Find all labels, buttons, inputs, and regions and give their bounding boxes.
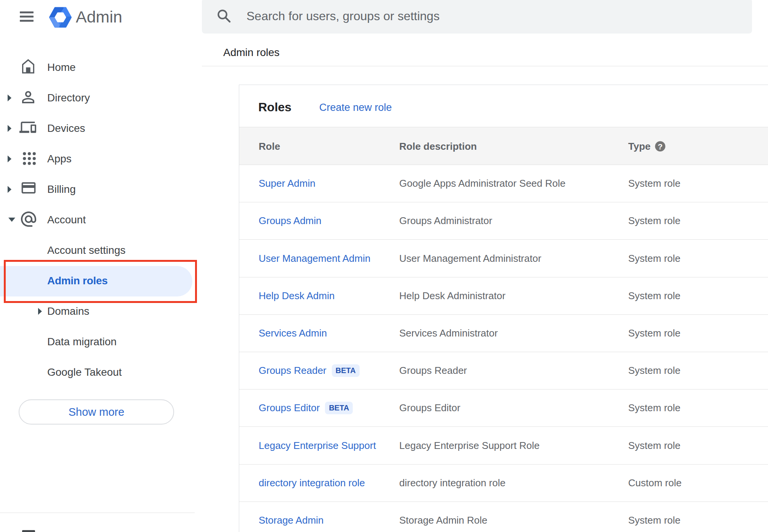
- svg-text:?: ?: [658, 142, 663, 151]
